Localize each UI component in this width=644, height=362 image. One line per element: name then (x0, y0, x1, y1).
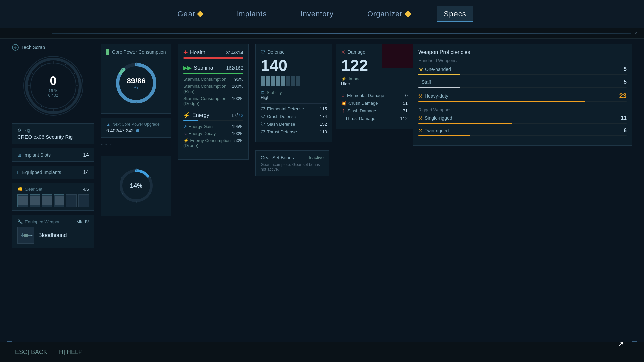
energy-name: ⚡ Energy (183, 112, 209, 118)
proficiencies-panel: Weapon Proficiencies Handheld Weapons 🗡 … (413, 44, 632, 146)
energy-percent: 14% (130, 182, 142, 189)
implant-slots-value: 14 (83, 152, 89, 158)
energy-row: ⚡ Energy 17/72 ↗ Energy Gain 195% (183, 112, 243, 148)
damage-column: ⚔ Damage 122 ⚡ Impact High ⚔ Elemental D… (332, 39, 410, 342)
weapon-label: 🔧 Equipped Weapon Mk. IV (17, 219, 89, 224)
defense-panel: 🛡 Defense 140 ⚖ Stability High (255, 44, 332, 142)
nav-item-gear[interactable]: Gear (171, 6, 209, 22)
thrust-defense-row: 🛡 Thrust Defense 110 (261, 129, 327, 134)
stamina-dodge-row: Stamina Consumption (Dodge) 100% (183, 96, 243, 106)
gauge-value: 0 (48, 74, 58, 88)
def-bar-7 (291, 76, 295, 86)
specs-label: Specs (444, 10, 466, 18)
elemental-def-value: 115 (320, 106, 327, 111)
left-panel: ⊙ Tech Scrap (7, 39, 98, 342)
damage-icon: ⚔ (341, 49, 345, 55)
gear-slot-4 (54, 194, 64, 207)
shield-icon: 🛡 (261, 49, 265, 55)
main-frame: ⊙ Tech Scrap (7, 39, 637, 342)
elemental-dmg-label: ⚔ Elemental Damage (341, 93, 384, 98)
next-upgrade-box: ▲ Next Core Power Upgrade 6.402/47.242 (101, 118, 171, 138)
single-rigged-bar-fill (418, 123, 512, 124)
donut-text: 89/86 +9 (127, 77, 145, 89)
gear-diamond-icon (197, 11, 204, 17)
gear-slots (17, 194, 89, 207)
handheld-subtitle: Handheld Weapons (418, 58, 627, 63)
gear-slot-6 (78, 194, 89, 207)
def-bar-1 (261, 76, 265, 86)
health-name: ✚ Health (183, 49, 205, 56)
bottom-bar: [ESC] BACK [H] HELP (0, 342, 644, 362)
energy-drone-row: ⚡ Energy Consumption (Drone) 50% (183, 138, 243, 148)
twin-rigged-bar (418, 135, 627, 136)
gear-slot-5 (66, 194, 76, 207)
staff-bar-fill (418, 87, 460, 88)
slash-def-value: 152 (320, 122, 327, 127)
damage-divider (341, 90, 408, 90)
staff-value: 5 (624, 79, 627, 85)
gear-set-value: 4/6 (83, 187, 89, 192)
dots-decoration: ◦ ◦ ◦ (101, 138, 171, 152)
ops-value: 6.402 (48, 93, 58, 98)
def-bar-6 (286, 76, 290, 86)
stamina-run-label: Stamina Consumption (Run) (183, 84, 232, 94)
defense-value: 140 (261, 56, 327, 75)
gear-set-box: 👊 Gear Set 4/6 (12, 183, 94, 211)
one-handed-label: 🗡 One-handed (418, 67, 451, 72)
gear-bonus-text: Gear incomplete. Gear set bonus not acti… (261, 162, 324, 172)
nav-item-organizer[interactable]: Organizer (361, 6, 417, 22)
core-power-panel: ▊ Core Power Consumption (98, 39, 175, 342)
divider (261, 103, 327, 104)
health-value: 314/314 (226, 50, 243, 55)
heavy-duty-value: 23 (619, 92, 627, 100)
gear-slot-2 (30, 194, 40, 207)
def-bar-4 (276, 76, 280, 86)
defense-title: 🛡 Defense (261, 49, 327, 55)
svg-line-3 (73, 73, 75, 75)
gear-bonus-header: Gear Set Bonus Inactive (261, 155, 324, 160)
stamina-bar (183, 73, 243, 74)
thrust-dmg-label: ↑ Thrust Damage (341, 116, 375, 121)
elemental-dmg-value: 0 (405, 93, 408, 98)
core-value: 89/86 (127, 77, 145, 85)
energy-decay-label: ↘ Energy Decay (183, 131, 216, 136)
rigged-subtitle: Rigged Weapons (418, 107, 627, 112)
svg-rect-17 (22, 233, 23, 237)
frame-corner-br (632, 337, 637, 342)
elemental-def-label: 🛡 Elemental Defense (261, 106, 304, 111)
svg-line-12 (41, 64, 42, 66)
elemental-defense-row: 🛡 Elemental Defense 115 (261, 106, 327, 111)
top-bar-close[interactable]: ✕ (634, 31, 637, 36)
svg-line-5 (73, 97, 75, 99)
weapon-name: Bloodhound (38, 232, 67, 238)
core-title: ▊ Core Power Consumption (106, 49, 166, 55)
def-bar-5 (281, 76, 285, 86)
slash-dmg-label: 🗡 Slash Damage (341, 108, 376, 113)
energy-gain-row: ↗ Energy Gain 195% (183, 124, 243, 129)
weapon-image (17, 227, 34, 244)
heavy-duty-row: ⚒ Heavy-duty 23 (418, 92, 627, 102)
stamina-dodge-value: 100% (232, 96, 243, 106)
stamina-name: ▶▶ Stamina (183, 65, 213, 71)
single-rigged-row: ⚒ Single-rigged 11 (418, 115, 627, 124)
equipped-implants-value: 14 (83, 169, 89, 175)
top-bar: — — — — — — — — — — ✕ (0, 28, 644, 39)
health-bar-fill (183, 57, 243, 59)
damage-bg-decoration (382, 44, 413, 68)
nav-item-implants[interactable]: Implants (229, 6, 273, 22)
gear-bonus-title: Gear Set Bonus (261, 155, 294, 160)
organizer-label: Organizer (367, 10, 403, 18)
staff-label: | Staff (418, 79, 431, 85)
energy-gain-value: 195% (232, 124, 243, 129)
energy-bar (183, 120, 243, 121)
nav-item-inventory[interactable]: Inventory (293, 6, 340, 22)
energy-drone-value: 50% (234, 138, 243, 148)
stamina-bar-fill (183, 73, 243, 74)
nav-item-specs[interactable]: Specs (437, 6, 473, 22)
upgrade-dot (136, 129, 139, 132)
inventory-label: Inventory (300, 10, 334, 18)
impact-label: ⚡ Impact (341, 76, 408, 81)
health-bar (183, 57, 243, 59)
stamina-consumption-label: Stamina Consumption (183, 77, 226, 82)
crush-dmg-label: 💥 Crush Damage (341, 101, 378, 106)
